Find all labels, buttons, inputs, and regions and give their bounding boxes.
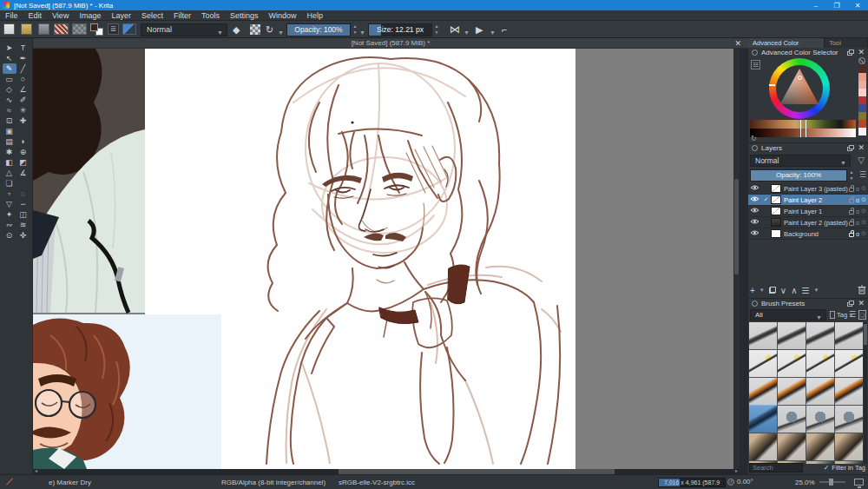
size-spinner[interactable]: ▲▼ bbox=[433, 23, 440, 36]
document-close-icon[interactable]: ✕ bbox=[734, 38, 741, 49]
menu-layer[interactable]: Layer bbox=[111, 11, 131, 20]
tool-pan[interactable]: ✜ bbox=[16, 230, 30, 241]
open-document-icon[interactable] bbox=[21, 23, 32, 35]
preset-view-mode-icon[interactable]: ❏ bbox=[858, 310, 866, 320]
menu-help[interactable]: Help bbox=[307, 11, 324, 20]
canvas-vertical-scrollbar[interactable] bbox=[733, 49, 740, 469]
history-swatch[interactable] bbox=[858, 104, 866, 112]
brush-preset[interactable] bbox=[835, 433, 863, 460]
add-layer-button[interactable]: + bbox=[750, 286, 755, 295]
wrap-around-icon[interactable]: ⌐ bbox=[502, 23, 507, 36]
layer-style-icon[interactable]: ⊙ bbox=[861, 196, 866, 203]
menu-tools[interactable]: Tools bbox=[201, 11, 220, 20]
tool-zoom[interactable]: ⊙ bbox=[3, 230, 16, 241]
lock-icon[interactable] bbox=[849, 210, 854, 215]
mirror-horizontal-caret-icon[interactable]: ▼ bbox=[464, 27, 470, 39]
history-swatch[interactable] bbox=[858, 96, 866, 104]
shade-selector-strip-2[interactable] bbox=[750, 129, 856, 137]
visibility-eye-icon[interactable] bbox=[748, 218, 761, 227]
tool-move[interactable]: ✚ bbox=[16, 116, 30, 126]
menu-edit[interactable]: Edit bbox=[29, 11, 43, 20]
layer-style-icon[interactable]: ⊙ bbox=[861, 230, 866, 237]
float-docker-icon[interactable] bbox=[847, 145, 854, 151]
close-button[interactable]: ✕ bbox=[847, 2, 868, 10]
refresh-shades-icon[interactable]: ↻ bbox=[751, 135, 757, 142]
brush-preset[interactable] bbox=[749, 378, 777, 405]
close-docker-icon[interactable]: ✕ bbox=[858, 299, 865, 307]
lock-icon[interactable] bbox=[849, 199, 854, 203]
tool-multibrush[interactable]: ✳ bbox=[16, 105, 30, 116]
tool-rectangle[interactable]: ▭ bbox=[3, 74, 16, 84]
size-slider[interactable]: Size: 12.21 px bbox=[368, 23, 432, 36]
brush-preset[interactable] bbox=[778, 433, 806, 460]
layer-style-icon[interactable]: ⊙ bbox=[861, 185, 866, 192]
tool-assistants[interactable]: △ bbox=[3, 168, 16, 178]
brush-preset[interactable] bbox=[806, 350, 834, 377]
layer-row[interactable]: Paint Layer 1 α⊙ bbox=[748, 206, 868, 217]
brush-preset[interactable] bbox=[806, 322, 834, 349]
alpha-icon[interactable]: α bbox=[856, 231, 859, 237]
duplicate-layer-button[interactable] bbox=[769, 287, 776, 294]
tool-polygon[interactable]: ◇ bbox=[3, 84, 16, 95]
gradient-chooser[interactable] bbox=[54, 23, 69, 35]
tool-dynamic-brush[interactable]: ≈ bbox=[3, 105, 16, 116]
visibility-eye-icon[interactable] bbox=[748, 207, 761, 215]
eraser-mode-icon[interactable]: ◆ bbox=[233, 23, 240, 36]
layer-row[interactable]: Paint Layer 2 (pasted) α⊙ bbox=[748, 217, 868, 228]
pattern-chooser[interactable] bbox=[72, 23, 87, 35]
tool-polygon-select[interactable]: ▽ bbox=[3, 199, 16, 209]
brush-preset[interactable] bbox=[806, 406, 834, 433]
properties-caret-icon[interactable]: ▼ bbox=[813, 287, 819, 293]
lock-icon[interactable] bbox=[849, 188, 854, 192]
tool-crop[interactable]: ▣ bbox=[3, 126, 16, 136]
mirror-vertical-icon[interactable]: ▶ bbox=[476, 23, 483, 36]
tool-freehand-brush[interactable]: ✎ bbox=[3, 63, 16, 74]
brush-preset[interactable] bbox=[835, 378, 863, 405]
lock-icon[interactable] bbox=[849, 221, 854, 226]
minimize-button[interactable]: – bbox=[806, 2, 826, 10]
history-swatch[interactable] bbox=[858, 89, 866, 96]
brush-preset[interactable] bbox=[835, 350, 863, 377]
tool-reference-images[interactable]: ❏ bbox=[3, 178, 16, 188]
opacity-spinner[interactable]: ▲▼ bbox=[352, 23, 358, 36]
tool-line[interactable]: ╱ bbox=[16, 63, 30, 74]
canvas-rotation[interactable]: ↺0.00° bbox=[727, 478, 753, 486]
brush-preset[interactable] bbox=[778, 378, 806, 405]
tool-polyline[interactable]: ∠ bbox=[16, 84, 30, 95]
preset-search-input[interactable] bbox=[749, 463, 803, 472]
move-layer-down-button[interactable]: ∨ bbox=[780, 286, 786, 295]
brush-preset[interactable] bbox=[835, 322, 863, 349]
canvas[interactable] bbox=[33, 49, 733, 469]
brush-preset[interactable] bbox=[749, 350, 777, 377]
tool-select-shapes[interactable]: ➤ bbox=[3, 43, 16, 53]
tool-freehand-path[interactable]: ✐ bbox=[16, 95, 30, 105]
move-layer-up-button[interactable]: ∧ bbox=[791, 286, 797, 295]
visibility-eye-icon[interactable] bbox=[748, 195, 761, 204]
layer-blending-mode-dropdown[interactable]: Normal▼ bbox=[750, 155, 851, 167]
preserve-alpha-icon[interactable] bbox=[250, 24, 260, 35]
scroll-right-arrow-icon[interactable]: ▸ bbox=[735, 467, 738, 473]
history-swatch[interactable] bbox=[858, 73, 866, 81]
add-layer-caret-icon[interactable]: ▼ bbox=[760, 287, 765, 293]
layer-opacity-slider[interactable]: Opacity: 100% bbox=[750, 169, 847, 182]
history-swatch[interactable] bbox=[858, 128, 866, 135]
menu-file[interactable]: File bbox=[5, 11, 18, 20]
layer-options-menu-icon[interactable]: ☰ bbox=[859, 170, 866, 179]
layer-row-selected[interactable]: ✓ Paint Layer 2 α⊙ bbox=[748, 195, 868, 206]
visibility-eye-icon[interactable] bbox=[748, 229, 761, 238]
layer-properties-button[interactable]: ☰ bbox=[801, 286, 809, 295]
close-docker-icon[interactable]: ✕ bbox=[858, 143, 865, 152]
active-check[interactable]: ✓ bbox=[761, 196, 771, 203]
reload-preset-icon[interactable]: ↻ bbox=[266, 23, 273, 36]
history-swatch[interactable] bbox=[858, 65, 866, 73]
tool-ellipse[interactable]: ○ bbox=[16, 74, 30, 84]
tool-magnetic-select[interactable]: ≋ bbox=[16, 220, 30, 230]
filter-in-tag-checkbox[interactable]: ✓Filter in Tag bbox=[824, 464, 865, 472]
filter-layers-icon[interactable]: ▽ bbox=[858, 155, 865, 165]
tool-gradient[interactable]: ▤ bbox=[3, 136, 16, 147]
close-docker-icon[interactable]: ✕ bbox=[858, 48, 865, 56]
tool-rect-select[interactable]: ▫ bbox=[3, 188, 16, 199]
tool-bezier-curve[interactable]: ∿ bbox=[3, 95, 16, 105]
tool-smart-patch[interactable]: ⊕ bbox=[16, 147, 30, 157]
fit-to-screen-icon[interactable] bbox=[854, 479, 864, 486]
